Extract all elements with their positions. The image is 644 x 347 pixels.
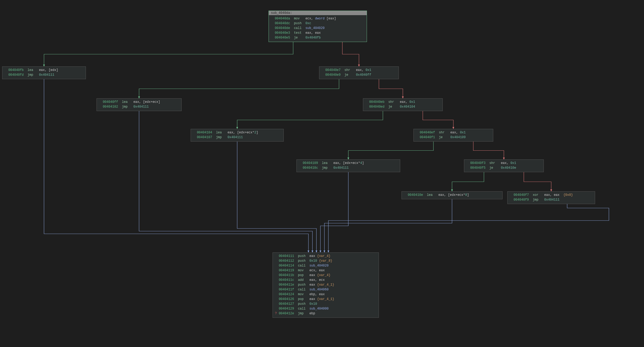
- addr: 004040e3: [275, 31, 290, 35]
- asm-line[interactable]: 004040de call sub_404020: [271, 26, 365, 31]
- addr: 004040f9: [513, 198, 529, 202]
- block-b_10e[interactable]: 0040410e lea eax, [edx+ecx*8]: [402, 191, 503, 199]
- mnemonic: mov: [294, 17, 305, 20]
- asm-line[interactable]: 0040410c jmp 0x404111: [299, 166, 398, 170]
- asm-line[interactable]: 004040e3 test eax, eax: [271, 31, 365, 35]
- asm-line[interactable]: 004040f9 jmp 0x404111: [510, 197, 593, 202]
- addr: 00404109: [303, 161, 318, 165]
- addr: 00404114: [279, 264, 294, 268]
- operand: 0x404111: [39, 73, 55, 77]
- block-b_fb[interactable]: 004040fb lea eax, [edx] 004040fd jmp 0x4…: [2, 66, 86, 79]
- asm-line[interactable]: 0040411e push eax {var_4_1}: [275, 282, 377, 287]
- asm-line[interactable]: 00404109 lea eax, [edx+ecx*4]: [299, 161, 398, 166]
- addr: 004040dc: [275, 22, 290, 25]
- asm-line[interactable]: 004040ef shr eax, 0x1: [416, 130, 491, 135]
- line-prefix: [466, 161, 470, 165]
- asm-line[interactable]: 004040da mov ecx, dword [eax]: [271, 16, 365, 21]
- operand: 0x404104: [400, 105, 415, 109]
- asm-line[interactable]: 0040411b pop eax {var_4}: [275, 273, 377, 278]
- operand: {var_4}: [317, 254, 330, 258]
- line-prefix: [271, 36, 275, 40]
- operand: eax: [310, 273, 317, 277]
- asm-line[interactable]: 0040411f call sub_404060: [275, 287, 377, 292]
- edge-b_10e-b_111: [324, 199, 452, 252]
- operand: +: [150, 100, 152, 104]
- block-body: 004040ff lea eax, [edx+ecx] 00404102 jmp…: [97, 99, 181, 111]
- mnemonic: pop: [298, 297, 309, 301]
- asm-line[interactable]: 00404114 call sub_404020: [275, 263, 377, 268]
- operand: edx: [450, 193, 456, 197]
- operand: 0x404111: [228, 136, 243, 139]
- block-body: 004040f7 xor eax, eax {0x0} 004040f9 jmp…: [508, 192, 595, 204]
- asm-line[interactable]: 004040f3 shr eax, 0x1: [466, 161, 541, 166]
- operand: ]: [256, 131, 258, 134]
- asm-line[interactable]: 004040ed je 0x404104: [365, 104, 440, 109]
- operand: eax, [: [333, 161, 345, 165]
- line-prefix: [510, 198, 513, 202]
- block-b_eb[interactable]: 004040eb shr eax, 0x1 004040ed je 0x4041…: [363, 98, 443, 111]
- asm-line[interactable]: 00404126 pop eax {var_4_1}: [275, 297, 377, 302]
- asm-line[interactable]: 004040fd jmp 0x404111: [5, 73, 83, 77]
- block-root[interactable]: sub_4040da: 004040da mov ecx, dword [eax…: [269, 11, 367, 42]
- line-prefix: [271, 22, 275, 25]
- operand: 0x1: [409, 100, 415, 104]
- operand: ebp, eax: [310, 293, 325, 296]
- asm-line[interactable]: 004040eb shr eax, 0x1: [365, 100, 440, 104]
- operand: ecx, eax: [310, 269, 325, 272]
- block-b_e7[interactable]: 004040e7 shr eax, 0x1 004040e9 je 0x4040…: [319, 66, 399, 79]
- block-b_111[interactable]: 00404111 push eax {var_4} 00404112 push …: [273, 252, 379, 318]
- asm-line[interactable]: 0040411c add eax, ecx: [275, 278, 377, 282]
- addr: 004040ff: [103, 100, 118, 104]
- edge-b_f3-b_f7: [524, 172, 551, 191]
- line-prefix: [5, 73, 8, 77]
- operand: eax,: [450, 131, 460, 134]
- operand: 0x1: [366, 68, 371, 72]
- asm-line[interactable]: 00404107 jmp 0x404111: [193, 135, 281, 140]
- operand: 0x404111: [544, 198, 560, 202]
- asm-line[interactable]: 00404124 mov ebp, eax: [275, 292, 377, 297]
- block-b_104[interactable]: 00404104 lea eax, [edx+ecx*2] 00404107 j…: [191, 129, 284, 142]
- asm-line[interactable]: 004040dc push 0xc: [271, 21, 365, 26]
- operand: 2: [254, 131, 256, 134]
- asm-line[interactable]: 004040f7 xor eax, eax {0x0}: [510, 193, 593, 197]
- asm-line[interactable]: 004040f1 je 0x404109: [416, 135, 491, 140]
- operand: [: [325, 17, 328, 20]
- addr: 00404111: [279, 254, 294, 258]
- operand: [317, 259, 319, 263]
- mnemonic: jmp: [216, 136, 227, 139]
- line-prefix: [5, 68, 8, 72]
- asm-line[interactable]: 00404102 jmp 0x404111: [99, 104, 179, 109]
- block-body: 004040ef shr eax, 0x1 004040f1 je 0x4041…: [414, 129, 493, 141]
- operand: eax,: [400, 100, 409, 104]
- operand: 0x10: [310, 259, 317, 263]
- block-body: 004040e7 shr eax, 0x1 004040e9 je 0x4040…: [319, 67, 399, 79]
- block-b_109[interactable]: 00404109 lea eax, [edx+ecx*4] 0040410c j…: [296, 159, 400, 172]
- asm-line[interactable]: 004040ff lea eax, [edx+ecx]: [99, 100, 179, 104]
- asm-line[interactable]: 00404129 call sub_404000: [275, 306, 377, 311]
- block-b_ef[interactable]: 004040ef shr eax, 0x1 004040f1 je 0x4041…: [413, 129, 493, 142]
- asm-line[interactable]: 0040410e lea eax, [edx+ecx*8]: [404, 193, 500, 197]
- asm-line[interactable]: 004040fb lea eax, [edx]: [5, 68, 83, 73]
- asm-line[interactable]: 00404112 push 0x10 {var_8}: [275, 259, 377, 263]
- block-b_ff[interactable]: 004040ff lea eax, [edx+ecx] 00404102 jmp…: [97, 98, 182, 111]
- edge-b_e7-b_ff: [139, 79, 339, 98]
- line-prefix: [275, 254, 279, 258]
- asm-line[interactable]: 004040f5 je 0x40410e: [466, 166, 541, 170]
- asm-line[interactable]: 00404127 push 0x10: [275, 302, 377, 306]
- asm-line[interactable]: 00404119 mov ecx, eax: [275, 268, 377, 273]
- mnemonic: je: [344, 73, 356, 77]
- asm-line[interactable]: ? 0040412e jmp ebp: [275, 311, 377, 316]
- addr: 00404126: [279, 297, 294, 301]
- asm-line[interactable]: 00404104 lea eax, [edx+ecx*2]: [193, 130, 281, 135]
- asm-line[interactable]: 004040e5 je 0x4040fb: [271, 35, 365, 40]
- operand: {var_8}: [319, 259, 332, 263]
- operand: ecx: [153, 100, 158, 104]
- block-b_f7[interactable]: 004040f7 xor eax, eax {0x0} 004040f9 jmp…: [507, 191, 595, 204]
- mnemonic: xor: [533, 193, 544, 197]
- block-b_f3[interactable]: 004040f3 shr eax, 0x1 004040f5 je 0x4041…: [464, 159, 544, 172]
- asm-line[interactable]: 004040e9 je 0x4040ff: [321, 73, 396, 77]
- asm-line[interactable]: 00404111 push eax {var_4}: [275, 254, 377, 259]
- asm-line[interactable]: 004040e7 shr eax, 0x1: [321, 68, 396, 73]
- operand: eax, [: [228, 131, 239, 134]
- line-prefix: [275, 264, 279, 268]
